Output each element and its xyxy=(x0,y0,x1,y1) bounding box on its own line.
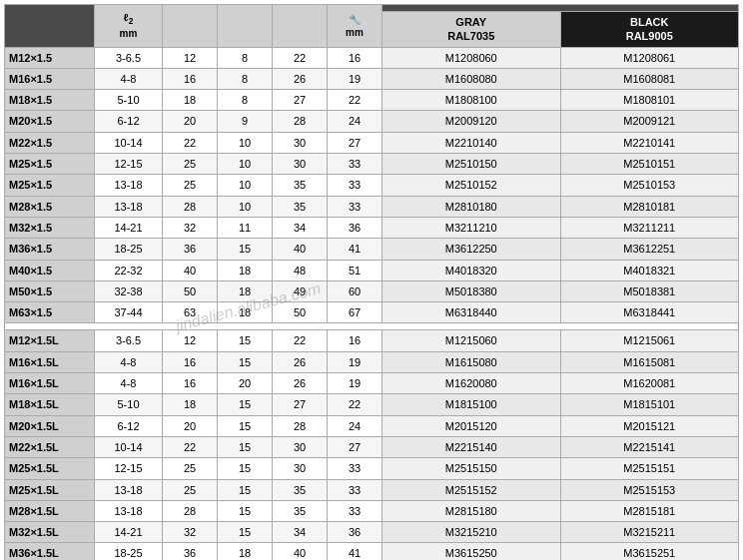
data-cell: 22 xyxy=(163,436,218,457)
data-cell: 15 xyxy=(218,415,273,436)
data-cell: 32 xyxy=(163,217,218,238)
data-cell: 18 xyxy=(218,302,273,323)
data-cell: 40 xyxy=(163,260,218,280)
gray-number-cell: M3211210 xyxy=(382,217,561,238)
data-cell: 48 xyxy=(273,260,328,280)
data-cell: 12-15 xyxy=(95,458,163,479)
gray-number-cell: M1215060 xyxy=(382,330,561,351)
data-cell: 35 xyxy=(273,479,328,500)
thread-cell: M20×1.5L xyxy=(5,415,95,436)
data-cell: 30 xyxy=(273,154,328,175)
thread-cell: M12×1.5 xyxy=(5,47,95,68)
h-header xyxy=(273,5,328,48)
black-number-cell: M6318441 xyxy=(560,302,739,323)
data-cell: 36 xyxy=(163,239,218,260)
c2-header xyxy=(218,5,273,48)
black-number-cell: M1620081 xyxy=(560,373,739,394)
data-cell: 25 xyxy=(163,479,218,500)
thread-cell: M16×1.5L xyxy=(5,351,95,372)
data-cell: 16 xyxy=(163,68,218,89)
data-cell: 10 xyxy=(218,175,273,196)
data-cell: 22 xyxy=(163,132,218,153)
black-number-cell: M3612251 xyxy=(560,239,739,260)
data-cell: 4-8 xyxy=(95,68,163,89)
data-cell: 67 xyxy=(328,302,382,323)
gray-number-cell: M3612250 xyxy=(382,239,561,260)
data-cell: 15 xyxy=(218,351,273,372)
data-cell: 34 xyxy=(273,217,328,238)
thread-cell: M25×1.5L xyxy=(5,479,95,500)
data-cell: 13-18 xyxy=(95,500,163,521)
black-number-cell: M3615251 xyxy=(560,543,739,560)
data-cell: 22 xyxy=(273,330,328,351)
table-container: jindalien.alibaba.com ℓ2mm 🔧mm GRAYRAL70… xyxy=(0,0,743,560)
gray-number-cell: M2215140 xyxy=(382,436,561,457)
gray-number-cell: M1620080 xyxy=(382,373,561,394)
black-number-cell: M2815181 xyxy=(560,500,739,521)
thread-cell: M22×1.5L xyxy=(5,436,95,457)
data-cell: 35 xyxy=(273,500,328,521)
thread-cell: M20×1.5 xyxy=(5,111,95,132)
data-cell: 63 xyxy=(163,302,218,323)
black-number-cell: M1608081 xyxy=(560,68,739,89)
data-cell: 15 xyxy=(218,330,273,351)
thread-cell: M22×1.5 xyxy=(5,132,95,153)
data-cell: 12 xyxy=(163,47,218,68)
data-cell: 18-25 xyxy=(95,239,163,260)
data-cell: 5-10 xyxy=(95,394,163,415)
data-cell: 28 xyxy=(273,111,328,132)
thread-cell: M25×1.5L xyxy=(5,458,95,479)
data-cell: 25 xyxy=(163,458,218,479)
data-cell: 5-10 xyxy=(95,90,163,111)
thread-cell: M63×1.5 xyxy=(5,302,95,323)
gray-number-cell: M2510152 xyxy=(382,175,561,196)
thread-cell: M25×1.5 xyxy=(5,175,95,196)
data-cell: 24 xyxy=(328,111,382,132)
data-cell: 10-14 xyxy=(95,132,163,153)
data-cell: 20 xyxy=(218,373,273,394)
data-cell: 24 xyxy=(328,415,382,436)
black-number-cell: M4018321 xyxy=(560,260,739,280)
black-number-cell: M5018381 xyxy=(560,280,739,301)
gray-number-cell: M2210140 xyxy=(382,132,561,153)
data-cell: 13-18 xyxy=(95,196,163,217)
data-cell: 15 xyxy=(218,522,273,543)
data-cell: 10 xyxy=(218,154,273,175)
data-cell: 51 xyxy=(328,260,382,280)
data-cell: 50 xyxy=(273,302,328,323)
gray-number-cell: M1815100 xyxy=(382,394,561,415)
black-number-cell: M2515151 xyxy=(560,458,739,479)
gray-number-cell: M3615250 xyxy=(382,543,561,560)
data-cell: 30 xyxy=(273,458,328,479)
gray-header: GRAYRAL7035 xyxy=(382,12,561,48)
data-cell: 28 xyxy=(163,196,218,217)
data-cell: 18 xyxy=(218,280,273,301)
data-cell: 35 xyxy=(273,196,328,217)
data-cell: 35 xyxy=(273,175,328,196)
data-cell: 15 xyxy=(218,458,273,479)
gray-number-cell: M3215210 xyxy=(382,522,561,543)
data-cell: 18 xyxy=(218,260,273,280)
black-number-cell: M2510151 xyxy=(560,154,739,175)
black-number-cell: M2515153 xyxy=(560,479,739,500)
data-cell: 49 xyxy=(273,280,328,301)
data-cell: 16 xyxy=(163,373,218,394)
gray-number-cell: M6318440 xyxy=(382,302,561,323)
data-cell: 4-8 xyxy=(95,351,163,372)
thread-cell: M25×1.5 xyxy=(5,154,95,175)
data-cell: 6-12 xyxy=(95,415,163,436)
data-cell: 9 xyxy=(218,111,273,132)
data-cell: 15 xyxy=(218,239,273,260)
thread-header xyxy=(5,5,95,48)
data-cell: 12-15 xyxy=(95,154,163,175)
black-number-cell: M1815101 xyxy=(560,394,739,415)
black-number-cell: M1808101 xyxy=(560,90,739,111)
data-cell: 22-32 xyxy=(95,260,163,280)
data-cell: 40 xyxy=(273,239,328,260)
data-cell: 10 xyxy=(218,132,273,153)
data-cell: 33 xyxy=(328,175,382,196)
data-cell: 3-6.5 xyxy=(95,330,163,351)
gray-number-cell: M2810180 xyxy=(382,196,561,217)
data-cell: 8 xyxy=(218,68,273,89)
data-cell: 22 xyxy=(328,90,382,111)
